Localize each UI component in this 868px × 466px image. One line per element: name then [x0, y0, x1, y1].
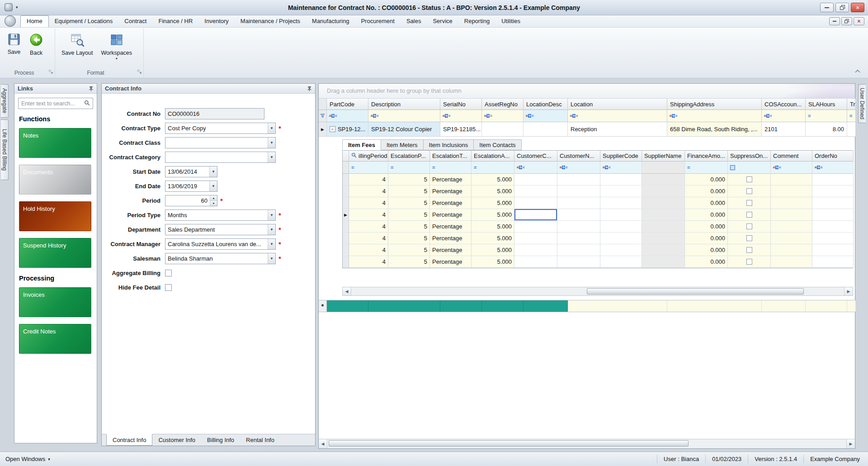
- detail-cell-orderno[interactable]: [812, 185, 854, 197]
- detail-cell-comment[interactable]: [771, 174, 812, 185]
- dropdown-button[interactable]: ▼: [268, 138, 275, 148]
- scroll-right-button[interactable]: ▶: [844, 287, 853, 295]
- detail-cell-suppliercode[interactable]: [600, 209, 642, 221]
- new-row-cell-slahours[interactable]: [806, 300, 847, 312]
- group-by-bar[interactable]: Drag a column header here to group by th…: [319, 84, 855, 99]
- cell-locationdesc[interactable]: [524, 122, 568, 137]
- filter-cell-tra[interactable]: =: [847, 110, 856, 122]
- filter-cell-assetregno[interactable]: abc: [482, 110, 524, 122]
- panel-tab-customer-info[interactable]: Customer Info: [152, 434, 201, 446]
- detail-cell-escalationt[interactable]: Percentage: [430, 233, 472, 244]
- filter-cell-slahours[interactable]: =: [806, 110, 847, 122]
- dropdown-button[interactable]: ▼: [209, 181, 217, 191]
- child-minimize-button[interactable]: [829, 17, 840, 25]
- detail-cell-customerc[interactable]: [514, 221, 557, 233]
- detail-filter-cell-suppliercode[interactable]: abc: [600, 162, 642, 174]
- tile-invoices[interactable]: Invoices: [19, 287, 91, 317]
- detail-cell-suppresson[interactable]: [728, 174, 771, 185]
- detail-row[interactable]: 45Percentage5.0000.000: [343, 197, 853, 209]
- tile-credit-notes[interactable]: Credit Notes: [19, 324, 91, 354]
- suppress-checkbox[interactable]: [746, 200, 752, 206]
- application-button[interactable]: [5, 15, 16, 27]
- column-header-partcode[interactable]: PartCode: [327, 99, 368, 110]
- ribbon-tab-equipment-locations[interactable]: Equipment / Locations: [49, 16, 119, 27]
- detail-cell-customern[interactable]: [557, 221, 600, 233]
- filter-cell-partcode[interactable]: abc: [327, 110, 368, 122]
- detail-cell-escalationt[interactable]: Percentage: [430, 256, 472, 268]
- suppress-checkbox[interactable]: [746, 235, 752, 241]
- detail-cell-orderno[interactable]: [812, 209, 854, 221]
- suppress-checkbox[interactable]: [746, 259, 752, 265]
- department-field[interactable]: Sales Department▼: [165, 224, 276, 235]
- detail-cell-suppliername[interactable]: [642, 244, 685, 256]
- detail-column-header-customerc[interactable]: CustomerC...: [514, 151, 557, 162]
- detail-filter-cell-escalationa[interactable]: =: [472, 162, 514, 174]
- detail-cell-suppliername[interactable]: [642, 185, 685, 197]
- cell-serialno[interactable]: SP19-12185...: [440, 122, 482, 137]
- new-row-cell-location[interactable]: [568, 300, 667, 312]
- detail-cell-financeamo[interactable]: 0.000: [685, 174, 728, 185]
- dock-tab-aggregate[interactable]: Aggregate: [1, 84, 9, 118]
- scroll-right-button[interactable]: ▶: [846, 439, 855, 448]
- detail-cell-escalationt[interactable]: Percentage: [430, 197, 472, 209]
- detail-row[interactable]: 45Percentage5.0000.000: [343, 256, 853, 268]
- filter-cell-locationdesc[interactable]: abc: [524, 110, 568, 122]
- detail-cell-orderno[interactable]: [812, 174, 854, 185]
- detail-row[interactable]: 45Percentage5.0000.000: [343, 185, 853, 197]
- tile-notes[interactable]: Notes: [19, 128, 91, 158]
- column-header-serialno[interactable]: SerialNo: [440, 99, 482, 110]
- contract-no-field[interactable]: CO0000016: [165, 108, 264, 119]
- column-header-assetregno[interactable]: AssetRegNo: [482, 99, 524, 110]
- detail-cell-escalationp[interactable]: 5: [388, 256, 430, 268]
- tile-suspend-history[interactable]: Suspend History: [19, 238, 91, 268]
- detail-cell-escalationt[interactable]: Percentage: [430, 185, 472, 197]
- contract-category-field[interactable]: ▼: [165, 152, 276, 163]
- detail-cell-suppliercode[interactable]: [600, 185, 642, 197]
- detail-cell-orderno[interactable]: [812, 233, 854, 244]
- detail-cell-illingperiod[interactable]: 4: [349, 256, 388, 268]
- suppress-checkbox[interactable]: [746, 212, 752, 218]
- panel-tab-rental-info[interactable]: Rental Info: [240, 434, 280, 446]
- spinner-buttons[interactable]: ▲▼: [210, 195, 217, 206]
- column-header-location[interactable]: Location: [568, 99, 667, 110]
- suppress-checkbox[interactable]: [746, 223, 752, 229]
- detail-cell-suppliercode[interactable]: [600, 233, 642, 244]
- detail-cell-financeamo[interactable]: 0.000: [685, 185, 728, 197]
- detail-tab-item-inclusions[interactable]: Item Inclusions: [424, 139, 474, 150]
- panel-tab-billing-info[interactable]: Billing Info: [201, 434, 240, 446]
- detail-cell-illingperiod[interactable]: 4: [349, 209, 388, 221]
- detail-cell-suppresson[interactable]: [728, 221, 771, 233]
- detail-row[interactable]: 45Percentage5.0000.000: [343, 174, 853, 185]
- dropdown-button[interactable]: ▼: [268, 239, 275, 249]
- detail-cell-customern[interactable]: [557, 209, 600, 221]
- suppress-checkbox[interactable]: [746, 247, 752, 253]
- new-row-cell-cosaccoun[interactable]: [762, 300, 806, 312]
- ribbon-tab-maintenance-projects[interactable]: Maintenance / Projects: [235, 16, 306, 27]
- detail-cell-suppliername[interactable]: [642, 197, 685, 209]
- detail-cell-comment[interactable]: [771, 244, 812, 256]
- ribbon-tab-reporting[interactable]: Reporting: [458, 16, 495, 27]
- grid-horizontal-scrollbar[interactable]: ◀ ▶: [319, 439, 855, 448]
- spin-down-icon[interactable]: ▼: [210, 200, 217, 206]
- end-date-field[interactable]: 13/06/2019▼: [165, 181, 217, 192]
- detail-cell-suppresson[interactable]: [728, 244, 771, 256]
- detail-column-header-suppliername[interactable]: SupplierName: [642, 151, 685, 162]
- detail-cell-suppliername[interactable]: [642, 256, 685, 268]
- new-row-cell-tra[interactable]: [847, 300, 856, 312]
- detail-cell-customern[interactable]: [557, 256, 600, 268]
- detail-cell-orderno[interactable]: [812, 197, 854, 209]
- detail-cell-customern[interactable]: [557, 233, 600, 244]
- detail-cell-escalationt[interactable]: Percentage: [430, 209, 472, 221]
- pin-icon[interactable]: [307, 86, 312, 91]
- new-row-cell-teal-serialno[interactable]: [440, 300, 482, 312]
- detail-cell-orderno[interactable]: [812, 221, 854, 233]
- detail-cell-escalationt[interactable]: Percentage: [430, 221, 472, 233]
- detail-cell-suppliername[interactable]: [642, 233, 685, 244]
- save-button[interactable]: Save: [5, 31, 24, 58]
- cell-location[interactable]: Reception: [568, 122, 667, 137]
- pin-icon[interactable]: [89, 86, 94, 91]
- detail-filter-cell-customerc[interactable]: abc: [514, 162, 557, 174]
- cell-description[interactable]: SP19-12 Colour Copier: [368, 122, 440, 137]
- detail-filter-cell-escalationt[interactable]: =: [430, 162, 472, 174]
- filter-cell-description[interactable]: abc: [368, 110, 440, 122]
